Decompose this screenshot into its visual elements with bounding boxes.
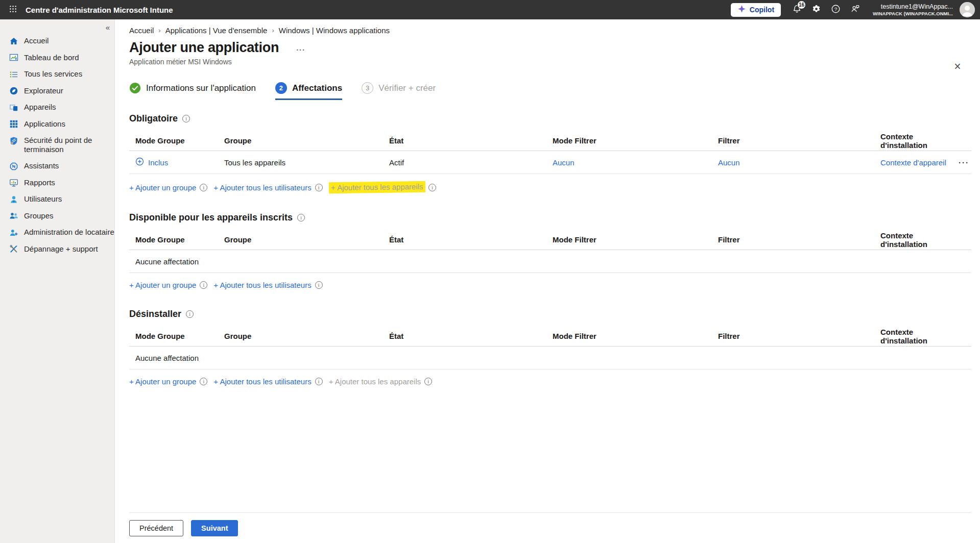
section-title: Disponible pour les appareils inscrits [129, 212, 293, 223]
sidebar-item-label: Tableau de bord [24, 53, 79, 62]
step-informations-application[interactable]: Informations sur l'application [129, 82, 256, 100]
info-icon[interactable] [200, 184, 207, 191]
settings-button[interactable] [807, 0, 825, 19]
group-mode-link[interactable]: Inclus [148, 158, 168, 167]
section-obligatoire: Obligatoire Mode Groupe Groupe État Mode… [115, 113, 980, 193]
gear-icon [811, 4, 821, 15]
step-number-badge: 3 [362, 82, 373, 94]
sidebar-item-label: Groupes [24, 211, 54, 220]
sidebar-collapse-button[interactable]: « [104, 22, 112, 33]
sidebar-item-administration-de-locataire[interactable]: Administration de locataire [0, 224, 114, 241]
column-header-groupe: Groupe [224, 235, 389, 244]
sidebar-item-rapports[interactable]: Rapports [0, 175, 114, 191]
available-add-links: + Ajouter un groupe + Ajouter tous les u… [115, 281, 980, 289]
info-icon[interactable] [186, 310, 194, 318]
add-all-users-link[interactable]: + Ajouter tous les utilisateurs [213, 281, 311, 289]
add-group-link[interactable]: + Ajouter un groupe [129, 281, 196, 289]
add-all-devices-link[interactable]: + Ajouter tous les appareils [329, 377, 421, 386]
section-header: Disponible pour les appareils inscrits [115, 212, 980, 223]
previous-button[interactable]: Précédent [129, 520, 183, 536]
copilot-button[interactable]: Copilot [731, 3, 781, 17]
add-group-link[interactable]: + Ajouter un groupe [129, 183, 196, 192]
sidebar-item-explorateur[interactable]: Explorateur [0, 83, 114, 100]
filter-link[interactable]: Aucun [718, 158, 880, 167]
add-group-link[interactable]: + Ajouter un groupe [129, 377, 196, 386]
sidebar-item-label: Explorateur [24, 86, 63, 95]
waffle-icon [9, 5, 17, 14]
sidebar-item-applications[interactable]: Applications [0, 116, 114, 133]
step-verifier-creer[interactable]: 3 Vérifier + créer [362, 82, 436, 100]
explorer-icon [9, 86, 18, 95]
sidebar-item-accueil[interactable]: Accueil [0, 33, 114, 50]
table-header-row: Mode Groupe Groupe État Mode Filtrer Fil… [129, 230, 971, 250]
column-header-mode-filtrer: Mode Filtrer [553, 332, 718, 340]
wizard-footer: Précédent Suivant [129, 512, 971, 543]
column-header-mode-groupe: Mode Groupe [135, 136, 224, 145]
info-icon[interactable] [200, 281, 207, 289]
avatar[interactable] [960, 2, 975, 17]
page-context-menu-button[interactable] [293, 41, 308, 55]
step-affectations[interactable]: 2 Affectations [275, 82, 342, 100]
copilot-label: Copilot [750, 6, 774, 14]
sidebar-item-label: Applications [24, 119, 65, 129]
devices-icon [9, 103, 18, 112]
sidebar-item-depannage-support[interactable]: Dépannage + support [0, 241, 114, 258]
section-header: Désinstaller [115, 309, 980, 319]
close-button[interactable] [950, 59, 965, 73]
add-all-devices-link-highlighted[interactable]: + Ajouter tous les appareils [329, 181, 425, 193]
step-label: Informations sur l'application [146, 83, 256, 93]
add-all-users-link[interactable]: + Ajouter tous les utilisateurs [213, 183, 311, 192]
notifications-button[interactable]: 16 [788, 0, 805, 19]
sidebar-item-tous-les-services[interactable]: Tous les services [0, 66, 114, 83]
sidebar-item-tableau-de-bord[interactable]: Tableau de bord [0, 50, 114, 66]
info-icon[interactable] [297, 214, 305, 221]
account-info[interactable]: testintune1@WinAppac... WINAPPACK (WINAP… [873, 3, 953, 16]
info-icon[interactable] [182, 115, 190, 122]
sidebar-item-appareils[interactable]: Appareils [0, 99, 114, 116]
section-title: Obligatoire [129, 113, 178, 124]
column-header-contexte-installation: Contexte d'installation [880, 328, 949, 345]
groups-icon [9, 211, 18, 220]
sidebar-item-label: Sécurité du point de terminaison [24, 136, 110, 154]
sidebar-item-assistants[interactable]: Assistants [0, 158, 114, 175]
sidebar-item-label: Dépannage + support [24, 244, 98, 254]
next-button[interactable]: Suivant [191, 520, 238, 536]
assignments-table-uninstall: Mode Groupe Groupe État Mode Filtrer Fil… [129, 326, 971, 369]
sidebar-item-groupes[interactable]: Groupes [0, 208, 114, 225]
info-icon[interactable] [315, 281, 323, 289]
column-header-mode-groupe: Mode Groupe [135, 332, 224, 340]
info-icon[interactable] [200, 378, 207, 385]
assignments-table-available: Mode Groupe Groupe État Mode Filtrer Fil… [129, 230, 971, 273]
install-context-link[interactable]: Contexte d'appareil [880, 158, 949, 167]
empty-row: Aucune affectation [129, 347, 971, 369]
breadcrumb-windows-applications[interactable]: Windows | Windows applications [279, 26, 390, 35]
sidebar-item-label: Tous les services [24, 69, 82, 79]
column-header-contexte-installation: Contexte d'installation [880, 231, 949, 249]
feedback-button[interactable] [846, 0, 864, 19]
breadcrumb-applications-vue-densemble[interactable]: Applications | Vue d'ensemble [165, 26, 268, 35]
section-header: Obligatoire [115, 113, 980, 124]
info-icon[interactable] [315, 184, 323, 191]
info-icon[interactable] [424, 378, 432, 385]
filter-mode-link[interactable]: Aucun [553, 158, 718, 167]
sidebar-item-securite-du-point-de-terminaison[interactable]: Sécurité du point de terminaison [0, 132, 114, 158]
info-icon[interactable] [428, 184, 436, 191]
main-content: Accueil Applications | Vue d'ensemble Wi… [115, 19, 980, 543]
sidebar-item-utilisateurs[interactable]: Utilisateurs [0, 191, 114, 208]
section-title: Désinstaller [129, 309, 181, 319]
applications-icon [9, 119, 18, 129]
step-label: Affectations [292, 83, 342, 93]
info-icon[interactable] [315, 378, 323, 385]
add-all-users-link[interactable]: + Ajouter tous les utilisateurs [213, 377, 311, 386]
breadcrumb-accueil[interactable]: Accueil [129, 26, 154, 35]
table-header-row: Mode Groupe Groupe État Mode Filtrer Fil… [129, 326, 971, 347]
help-button[interactable]: ? [827, 0, 844, 19]
column-header-groupe: Groupe [224, 136, 389, 145]
app-launcher-button[interactable] [0, 0, 26, 19]
row-context-menu-button[interactable] [955, 158, 971, 167]
table-row-tous-les-appareils: Inclus Tous les appareils Actif Aucun Au… [129, 151, 971, 174]
section-desinstaller: Désinstaller Mode Groupe Groupe État Mod… [115, 309, 980, 386]
notification-badge: 16 [797, 1, 806, 9]
page-title: Ajouter une application [129, 40, 279, 56]
sidebar-item-label: Assistants [24, 161, 59, 170]
